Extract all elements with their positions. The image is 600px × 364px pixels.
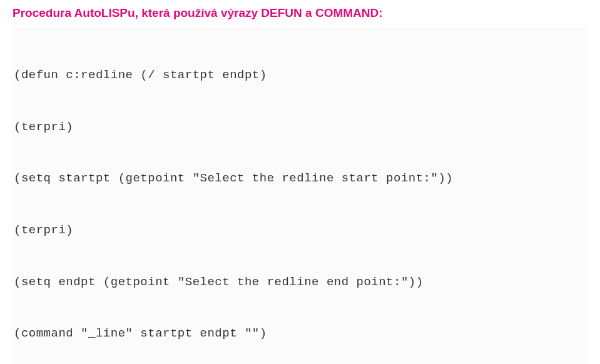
code-block: (defun c:redline (/ startpt endpt) (terp… <box>13 28 587 364</box>
section-heading: Procedura AutoLISPu, která používá výraz… <box>13 6 587 20</box>
code-line: (setq startpt (getpoint "Select the redl… <box>14 170 586 188</box>
code-line: (defun c:redline (/ startpt endpt) <box>14 67 586 84</box>
document-page: Procedura AutoLISPu, která používá výraz… <box>0 0 600 364</box>
code-line: (setq endpt (getpoint "Select the redlin… <box>14 274 586 291</box>
code-line: (command "_line" startpt endpt "") <box>14 325 586 343</box>
code-line: (terpri) <box>14 119 586 136</box>
code-line: (terpri) <box>14 222 586 240</box>
